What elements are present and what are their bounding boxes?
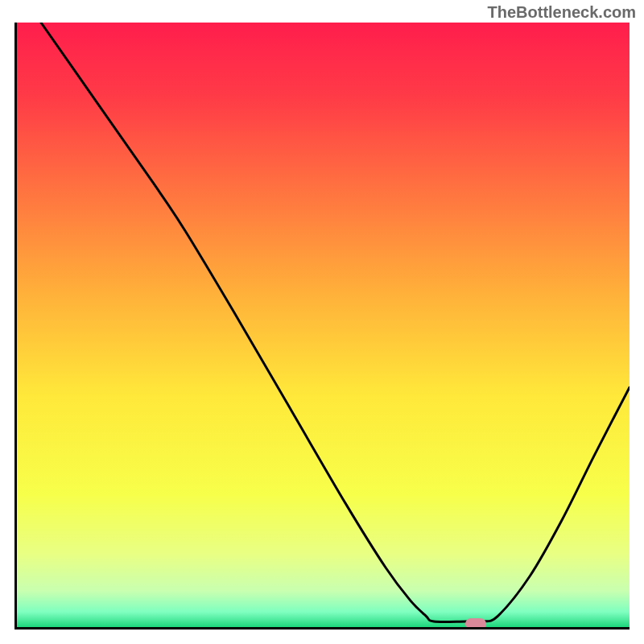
chart-curve	[17, 23, 630, 627]
chart-plot-area	[14, 23, 630, 630]
watermark-text: TheBottleneck.com	[488, 3, 636, 22]
optimal-point-marker	[465, 618, 486, 630]
